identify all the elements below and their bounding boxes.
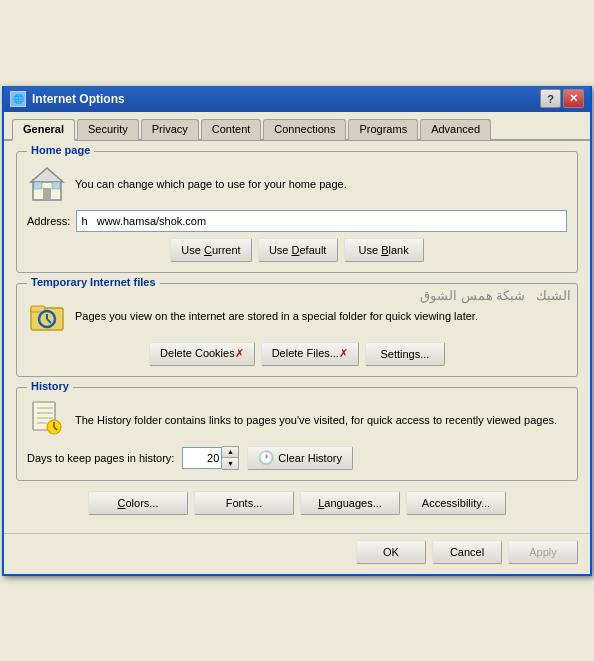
svg-rect-2	[43, 188, 51, 200]
history-body: The History folder contains links to pag…	[27, 396, 567, 470]
delete-cookies-button[interactable]: Delete Cookies✗	[149, 342, 255, 366]
languages-button[interactable]: Languages...	[300, 491, 400, 515]
clock-icon: 🕐	[258, 450, 274, 465]
spinner-buttons: ▲ ▼	[222, 446, 239, 470]
title-bar-text: 🌐 Internet Options	[10, 91, 125, 107]
colors-button[interactable]: Colors...	[88, 491, 188, 515]
temp-files-body: Pages you view on the internet are store…	[27, 292, 567, 366]
clear-history-button[interactable]: 🕐 Clear History	[247, 446, 353, 470]
house-svg	[29, 166, 65, 202]
folder-svg	[29, 298, 65, 334]
use-default-button[interactable]: Use Default	[258, 238, 338, 262]
apply-button[interactable]: Apply	[508, 540, 578, 564]
tab-general[interactable]: General	[12, 119, 75, 141]
days-label: Days to keep pages in history:	[27, 452, 174, 464]
internet-options-window: 🌐 Internet Options ? ✕ General Security …	[2, 86, 592, 576]
days-spinner: ▲ ▼	[182, 446, 239, 470]
tab-security[interactable]: Security	[77, 119, 139, 140]
temp-files-section-title: Temporary Internet files	[27, 276, 160, 288]
address-input[interactable]	[76, 210, 567, 232]
spinner-down-button[interactable]: ▼	[222, 458, 238, 469]
temp-files-buttons: Delete Cookies✗ Delete Files...✗ Setting…	[27, 342, 567, 366]
delete-files-button[interactable]: Delete Files...✗	[261, 342, 359, 366]
title-bar: 🌐 Internet Options ? ✕	[4, 86, 590, 112]
history-svg	[27, 400, 63, 436]
home-page-body: You can change which page to use for you…	[27, 160, 567, 262]
title-buttons: ? ✕	[540, 89, 584, 108]
ok-button[interactable]: OK	[356, 540, 426, 564]
home-icon	[27, 164, 67, 204]
home-page-section-title: Home page	[27, 144, 94, 156]
window-title: Internet Options	[32, 92, 125, 106]
history-icon	[27, 400, 67, 440]
use-blank-button[interactable]: Use Blank	[344, 238, 424, 262]
fonts-button[interactable]: Fonts...	[194, 491, 294, 515]
tab-connections[interactable]: Connections	[263, 119, 346, 140]
svg-rect-3	[34, 182, 42, 189]
temp-files-desc-row: Pages you view on the internet are store…	[27, 296, 567, 336]
svg-marker-1	[31, 168, 63, 182]
tab-programs[interactable]: Programs	[348, 119, 418, 140]
tab-bar: General Security Privacy Content Connect…	[4, 112, 590, 141]
home-page-description: You can change which page to use for you…	[75, 178, 567, 190]
bottom-buttons: Colors... Fonts... Languages... Accessib…	[16, 491, 578, 515]
home-page-desc-row: You can change which page to use for you…	[27, 164, 567, 204]
temp-files-description: Pages you view on the internet are store…	[75, 310, 567, 322]
help-button[interactable]: ?	[540, 89, 561, 108]
days-row: Days to keep pages in history: ▲ ▼ 🕐 Cle…	[27, 446, 567, 470]
svg-rect-4	[52, 182, 60, 189]
temp-files-icon	[27, 296, 67, 336]
window-icon: 🌐	[10, 91, 26, 107]
history-section-title: History	[27, 380, 73, 392]
tab-content-area: Home page You can change which page to u…	[4, 141, 590, 533]
settings-button[interactable]: Settings...	[365, 342, 445, 366]
address-row: Address:	[27, 210, 567, 232]
close-button[interactable]: ✕	[563, 89, 584, 108]
spinner-up-button[interactable]: ▲	[222, 447, 238, 458]
address-label: Address:	[27, 215, 70, 227]
tab-privacy[interactable]: Privacy	[141, 119, 199, 140]
cancel-button[interactable]: Cancel	[432, 540, 502, 564]
history-desc-row: The History folder contains links to pag…	[27, 400, 567, 440]
footer: OK Cancel Apply	[4, 533, 590, 574]
temp-files-section: Temporary Internet files الشبك شبكة همس …	[16, 283, 578, 377]
days-input[interactable]	[182, 447, 222, 469]
history-description: The History folder contains links to pag…	[75, 414, 567, 426]
accessibility-button[interactable]: Accessibility...	[406, 491, 506, 515]
history-section: History	[16, 387, 578, 481]
clear-history-label: Clear History	[278, 452, 342, 464]
home-page-section: Home page You can change which page to u…	[16, 151, 578, 273]
use-current-button[interactable]: Use Current	[170, 238, 251, 262]
home-page-buttons: Use Current Use Default Use Blank	[27, 238, 567, 262]
tab-content[interactable]: Content	[201, 119, 262, 140]
tab-advanced[interactable]: Advanced	[420, 119, 491, 140]
